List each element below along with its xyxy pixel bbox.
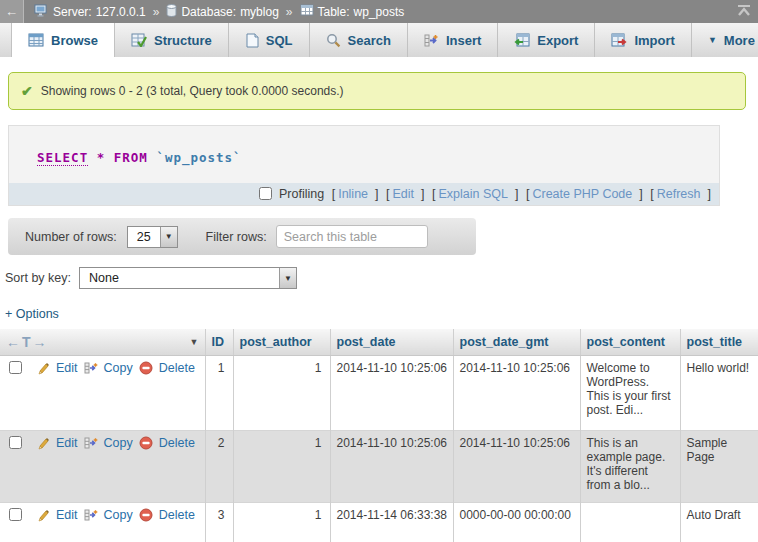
- copy-icon: [84, 436, 98, 450]
- more-dropdown-icon: ▼: [708, 35, 717, 45]
- tab-browse-label: Browse: [51, 33, 98, 48]
- column-header-id[interactable]: ID: [205, 329, 233, 355]
- cell-post-author: 1: [233, 430, 330, 502]
- cell-post-date-gmt: 0000-00-00 00:00:00: [453, 502, 580, 542]
- breadcrumb-table-label: Table:: [318, 5, 350, 19]
- create-php-code-link[interactable]: Create PHP Code: [532, 187, 632, 201]
- bracket: ]: [708, 187, 711, 201]
- inline-link[interactable]: Inline: [338, 187, 368, 201]
- delete-icon: [139, 436, 153, 450]
- row-checkbox[interactable]: [9, 508, 22, 521]
- bracket: [: [386, 187, 389, 201]
- success-message: ✔ Showing rows 0 - 2 (3 total, Query too…: [8, 72, 746, 110]
- copy-row-link[interactable]: Copy: [104, 436, 133, 450]
- tab-sql[interactable]: SQL: [229, 23, 310, 57]
- column-header-post-date-gmt[interactable]: post_date_gmt: [453, 329, 580, 355]
- edit-query-link[interactable]: Edit: [393, 187, 415, 201]
- tab-search[interactable]: Search: [310, 23, 408, 57]
- number-of-rows-label: Number of rows:: [25, 230, 117, 244]
- cell-post-content: Welcome to WordPress. This is your first…: [580, 355, 680, 430]
- refresh-link[interactable]: Refresh: [657, 187, 701, 201]
- sql-query-box: SELECT * FROM `wp_posts` Profiling [Inli…: [8, 125, 720, 206]
- server-icon: [34, 4, 49, 20]
- breadcrumb-database-label: Database:: [181, 5, 236, 19]
- bracket: ]: [639, 187, 642, 201]
- tab-search-label: Search: [348, 33, 391, 48]
- table-icon: [300, 4, 314, 19]
- cell-post-content: [580, 502, 680, 542]
- breadcrumb-server[interactable]: Server: 127.0.0.1: [34, 4, 146, 20]
- rows-filter-bar: Number of rows: 25 ▼ Filter rows:: [8, 218, 476, 255]
- explain-sql-link[interactable]: Explain SQL: [439, 187, 508, 201]
- results-table: ←T→ ▼ ID post_author post_date post_date…: [0, 329, 758, 542]
- tab-insert[interactable]: Insert: [408, 23, 498, 57]
- sort-order-icon[interactable]: ▼: [190, 337, 199, 347]
- profiling-label: Profiling: [279, 187, 324, 201]
- tab-export-label: Export: [537, 33, 578, 48]
- breadcrumb-database[interactable]: Database: myblog: [166, 4, 278, 20]
- cell-post-title: Sample Page: [680, 430, 758, 502]
- insert-icon: [424, 33, 439, 48]
- column-header-post-author[interactable]: post_author: [233, 329, 330, 355]
- cell-post-date: 2014-11-10 10:25:06: [330, 430, 453, 502]
- column-header-post-date[interactable]: post_date: [330, 329, 453, 355]
- breadcrumb-table[interactable]: Table: wp_posts: [300, 4, 405, 19]
- row-checkbox[interactable]: [9, 361, 22, 374]
- breadcrumb-database-value: myblog: [240, 5, 279, 19]
- pencil-icon: [36, 508, 50, 522]
- bracket: [: [526, 187, 529, 201]
- cell-post-title: Auto Draft: [680, 502, 758, 542]
- tab-more[interactable]: ▼ More: [692, 23, 758, 57]
- tab-import[interactable]: Import: [595, 23, 691, 57]
- cell-id: 3: [205, 502, 233, 542]
- results-header-row: ←T→ ▼ ID post_author post_date post_date…: [0, 329, 758, 355]
- check-icon: ✔: [21, 83, 33, 99]
- edit-row-link[interactable]: Edit: [56, 508, 78, 522]
- back-arrow-icon: ←: [5, 4, 18, 19]
- pencil-icon: [36, 361, 50, 375]
- bracket: [: [650, 187, 653, 201]
- copy-row-link[interactable]: Copy: [104, 361, 133, 375]
- breadcrumb-bar: ← Server: 127.0.0.1 » Database: myblog »…: [0, 0, 758, 23]
- table-row: Edit Copy Delete 3 1 2014-11-14 06:33:38…: [0, 502, 758, 542]
- options-toggle-link[interactable]: + Options: [5, 307, 59, 321]
- import-icon: [611, 33, 627, 47]
- cell-post-content: This is an example page. It's different …: [580, 430, 680, 502]
- copy-icon: [84, 508, 98, 522]
- back-button[interactable]: ←: [0, 0, 24, 23]
- delete-row-link[interactable]: Delete: [159, 508, 195, 522]
- database-icon: [166, 4, 177, 20]
- tab-browse[interactable]: Browse: [11, 23, 115, 57]
- breadcrumb-separator: »: [286, 5, 293, 19]
- sql-actions-bar: Profiling [Inline] [Edit] [Explain SQL] …: [9, 183, 719, 205]
- bracket: ]: [421, 187, 424, 201]
- delete-icon: [139, 361, 153, 375]
- column-header-post-content[interactable]: post_content: [580, 329, 680, 355]
- delete-row-link[interactable]: Delete: [159, 436, 195, 450]
- copy-row-link[interactable]: Copy: [104, 508, 133, 522]
- tab-structure[interactable]: Structure: [115, 23, 229, 57]
- sort-by-key-select[interactable]: None ▼: [79, 267, 297, 289]
- tab-export[interactable]: Export: [498, 23, 595, 57]
- row-checkbox[interactable]: [9, 436, 22, 449]
- number-of-rows-value: 25: [128, 227, 160, 247]
- browse-icon: [28, 33, 44, 47]
- edit-row-link[interactable]: Edit: [56, 361, 78, 375]
- delete-row-link[interactable]: Delete: [159, 361, 195, 375]
- search-icon: [326, 33, 341, 48]
- bracket: ]: [375, 187, 378, 201]
- table-row: Edit Copy Delete 1 1 2014-11-10 10:25:06…: [0, 355, 758, 430]
- transpose-icon[interactable]: ←T→: [6, 334, 49, 350]
- number-of-rows-select[interactable]: 25 ▼: [127, 226, 178, 248]
- column-header-post-title[interactable]: post_title: [680, 329, 758, 355]
- sql-keyword-select[interactable]: SELECT: [37, 150, 88, 166]
- sort-by-key-value: None: [80, 268, 279, 288]
- collapse-panel-button[interactable]: [730, 5, 758, 19]
- edit-row-link[interactable]: Edit: [56, 436, 78, 450]
- profiling-checkbox[interactable]: [259, 187, 272, 200]
- delete-icon: [139, 508, 153, 522]
- filter-search-input[interactable]: [276, 225, 428, 248]
- pencil-icon: [36, 436, 50, 450]
- cell-post-date-gmt: 2014-11-10 10:25:06: [453, 430, 580, 502]
- tab-insert-label: Insert: [446, 33, 481, 48]
